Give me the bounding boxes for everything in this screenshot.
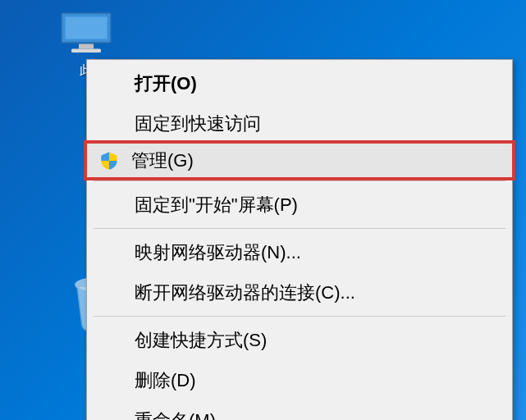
menu-item-label: 断开网络驱动器的连接(C)... bbox=[135, 282, 355, 303]
menu-separator bbox=[94, 316, 505, 317]
menu-item-label: 管理(G) bbox=[131, 150, 194, 171]
menu-item-disconnect-network-drive[interactable]: 断开网络驱动器的连接(C)... bbox=[87, 272, 512, 313]
menu-item-open[interactable]: 打开(O) bbox=[87, 63, 512, 103]
menu-separator bbox=[94, 228, 505, 229]
shield-icon bbox=[98, 150, 120, 171]
menu-item-label: 映射网络驱动器(N)... bbox=[135, 242, 301, 262]
menu-item-label: 固定到"开始"屏幕(P) bbox=[135, 194, 298, 215]
menu-item-rename[interactable]: 重命名(M) bbox=[87, 400, 512, 420]
menu-item-label: 打开(O) bbox=[135, 73, 197, 94]
svg-rect-3 bbox=[71, 49, 101, 53]
menu-item-pin-start[interactable]: 固定到"开始"屏幕(P) bbox=[87, 185, 512, 225]
menu-item-pin-quickaccess[interactable]: 固定到快速访问 bbox=[87, 103, 512, 144]
menu-separator bbox=[94, 180, 505, 181]
menu-item-label: 创建快捷方式(S) bbox=[135, 330, 267, 350]
this-pc-icon bbox=[53, 8, 119, 57]
menu-item-create-shortcut[interactable]: 创建快捷方式(S) bbox=[87, 320, 512, 360]
svg-rect-2 bbox=[79, 44, 94, 49]
menu-item-manage[interactable]: 管理(G) bbox=[84, 140, 515, 180]
menu-item-label: 固定到快速访问 bbox=[135, 113, 261, 134]
context-menu: 打开(O) 固定到快速访问 管理(G) 固定到"开始"屏幕(P) bbox=[86, 59, 513, 420]
svg-rect-1 bbox=[66, 17, 107, 39]
menu-item-label: 删除(D) bbox=[135, 370, 196, 390]
menu-item-map-network-drive[interactable]: 映射网络驱动器(N)... bbox=[87, 232, 512, 272]
menu-item-label: 重命名(M) bbox=[135, 410, 216, 420]
desktop-background: 此 打开(O) 固定到快速访问 管理(G) bbox=[0, 0, 526, 420]
menu-item-delete[interactable]: 删除(D) bbox=[87, 360, 512, 400]
